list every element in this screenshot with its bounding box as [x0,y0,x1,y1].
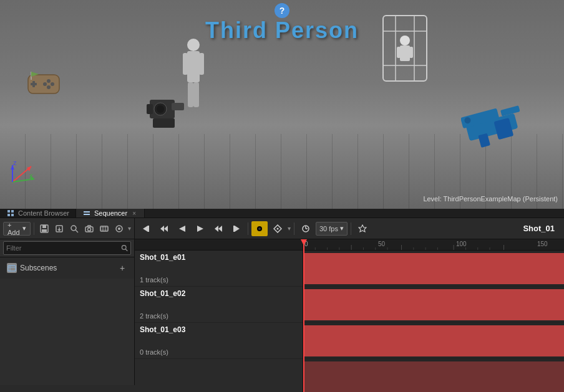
track-row-1[interactable]: Shot_01_e02 2 track(s) [135,287,303,323]
svg-rect-10 [187,51,200,82]
svg-line-57 [75,230,78,232]
seq-timeline-content: Shot_01_e01 1 track(s) Shot_01_e02 2 tra… [135,239,564,392]
track-row-empty [135,359,303,392]
svg-marker-79 [235,226,240,232]
svg-rect-68 [8,265,16,271]
timeline-track-1 [303,287,564,323]
svg-rect-60 [100,226,108,231]
timeline-block-1[interactable] [303,289,564,320]
add-button[interactable]: + Add ▾ [3,222,31,236]
svg-text:Z: Z [13,160,17,166]
track-row-0[interactable]: Shot_01_e01 1 track(s) [135,251,303,287]
help-icon[interactable]: ? [275,3,289,18]
search-input[interactable] [6,244,121,252]
seq-settings-button[interactable] [354,221,371,236]
seq-to-start-button[interactable] [138,221,154,236]
subscenes-icon [7,263,17,273]
cb-search-box[interactable] [3,241,131,255]
svg-point-26 [400,36,410,45]
track-name-1: Shot_01_e02 [140,289,298,298]
content-browser-tab-label: Content Browser [18,209,69,217]
cb-view-button[interactable] [113,221,126,236]
svg-rect-80 [233,226,235,232]
cb-content: Subscenes + [0,257,134,279]
main-content-area: + Add ▾ [0,218,564,392]
seq-play-button[interactable] [192,221,208,236]
game-controller-icon [25,69,62,100]
svg-rect-12 [199,53,204,75]
svg-rect-47 [11,214,14,216]
svg-rect-48 [84,211,90,213]
subscenes-label: Subscenes [20,264,57,272]
timeline-ruler: 0 50 100 150 [303,239,564,251]
track-name-2: Shot_01_e03 [140,325,298,334]
svg-rect-51 [42,229,47,232]
svg-rect-14 [193,82,199,107]
timeline-block-0[interactable] [303,253,564,284]
level-info: Level: ThirdPersonExampleMap (Persistent… [423,195,558,203]
cage-object [380,12,430,89]
seq-key-dropdown[interactable]: ▾ [288,225,291,232]
tab-sequencer[interactable]: Sequencer × [76,209,145,218]
cb-view-dropdown[interactable]: ▾ [128,225,131,232]
timeline-track-empty [303,359,564,392]
fps-dropdown[interactable]: 30 fps ▾ [316,222,348,236]
svg-point-82 [258,227,261,230]
content-browser-panel: + Add ▾ [0,218,135,385]
tab-content-browser[interactable]: Content Browser [0,209,76,218]
seq-sep2 [294,222,294,235]
search-icon [121,244,128,252]
svg-marker-75 [179,226,185,232]
svg-point-4 [51,82,54,86]
svg-point-56 [71,226,76,231]
svg-rect-20 [153,118,175,128]
subscenes-add-button[interactable]: + [117,263,127,273]
cb-search-button[interactable] [68,221,81,236]
seq-step-back-button[interactable] [156,221,172,236]
cb-save-button[interactable] [37,221,51,236]
track-row-2[interactable]: Shot_01_e03 0 track(s) [135,323,303,359]
svg-point-5 [43,82,47,86]
subscenes-item[interactable]: Subscenes + [3,261,131,275]
seq-play-back-button[interactable] [174,221,190,236]
svg-text:X: X [29,173,33,179]
svg-rect-2 [31,83,37,85]
svg-point-65 [118,227,120,230]
svg-rect-45 [11,210,14,213]
svg-rect-46 [7,214,10,216]
svg-point-3 [47,79,51,83]
svg-marker-76 [197,226,203,232]
seq-key-button[interactable] [270,221,286,236]
svg-rect-17 [172,103,184,110]
svg-point-84 [277,227,279,229]
cb-film-button[interactable] [98,221,111,236]
seq-to-end-button[interactable] [228,221,245,236]
track-info-2: 0 track(s) [140,348,298,356]
cb-toolbar: + Add ▾ [0,218,134,239]
sequencer-tab-close[interactable]: × [130,209,138,217]
sequencer-panel: ▾ 30 fps ▾ Shot_01 [135,218,564,392]
timeline-track-0 [303,251,564,287]
cb-camera-button[interactable] [83,221,96,236]
tracks-ruler-placeholder [135,239,303,251]
svg-rect-49 [84,214,90,215]
bottom-panel: Content Browser Sequencer × + Add ▾ [0,209,564,392]
svg-rect-29 [409,47,413,58]
seq-loop-button[interactable] [298,221,314,236]
svg-rect-72 [148,226,149,232]
shot-title: Shot_01 [523,224,561,233]
seq-record-button[interactable] [251,221,268,236]
svg-point-9 [187,39,200,51]
seq-step-forward-button[interactable] [210,221,226,236]
cb-import-button[interactable] [52,221,66,236]
seq-sep1 [248,222,248,235]
svg-point-6 [47,85,51,89]
svg-rect-61 [100,227,108,230]
tab-bar: Content Browser Sequencer × [0,209,564,218]
svg-marker-77 [215,226,218,232]
svg-rect-44 [7,210,10,213]
svg-point-66 [122,246,126,250]
svg-rect-27 [400,45,410,61]
timeline-block-2[interactable] [303,325,564,356]
playhead[interactable] [303,239,304,392]
